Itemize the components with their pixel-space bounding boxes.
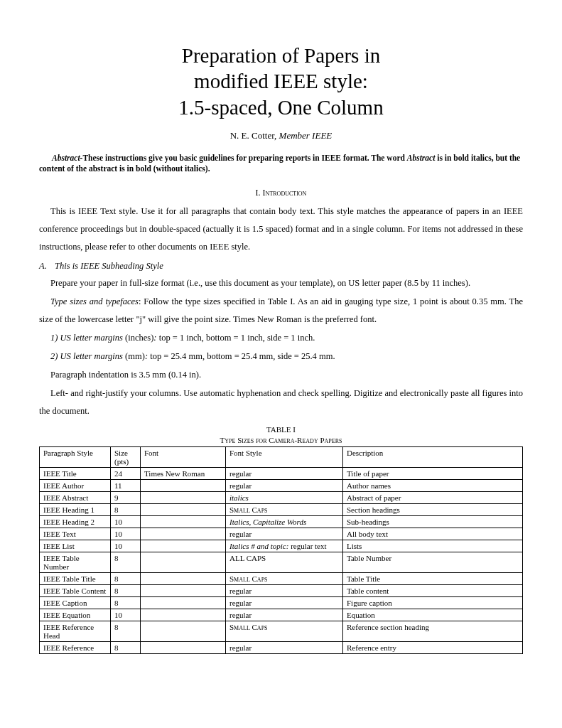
cell-size: 8: [111, 597, 141, 609]
cell-font: [141, 504, 226, 516]
para-a4-mid: (mm): [125, 351, 145, 361]
cell-style: IEEE List: [40, 540, 111, 552]
abstract-text-1: These instructions give you basic guidel…: [82, 154, 406, 162]
cell-style: IEEE Table Title: [40, 573, 111, 585]
cell-font: [141, 528, 226, 540]
para-a4-rest: top = 25.4 mm, bottom = 25.4 mm, side = …: [148, 351, 335, 361]
cell-size: 8: [111, 585, 141, 597]
para-a3-rest: top = 1 inch, bottom = 1 inch, side = 1 …: [157, 333, 315, 343]
cell-fontstyle: Small Caps: [226, 504, 343, 516]
table-row: IEEE Table Content8regularTable content: [40, 585, 523, 597]
cell-style: IEEE Abstract: [40, 492, 111, 504]
th-size: Size(pts): [111, 447, 141, 468]
cell-style: IEEE Title: [40, 468, 111, 480]
cell-font: [141, 585, 226, 597]
author-affiliation: Member IEEE: [279, 130, 333, 141]
cell-description: Figure caption: [343, 597, 523, 609]
cell-fontstyle: regular: [226, 528, 343, 540]
abstract-emph-word: Abstract: [407, 154, 436, 162]
abstract-label: Abstract-: [52, 154, 82, 162]
cell-description: Table Number: [343, 552, 523, 573]
cell-description: Table content: [343, 585, 523, 597]
subhead-title: This is IEEE Subheading Style: [55, 261, 163, 271]
paragraph-a3: 1) US letter margins (inches): top = 1 i…: [39, 329, 523, 347]
table-row: IEEE Equation10regularEquation: [40, 609, 523, 621]
cell-description: Reference entry: [343, 642, 523, 654]
cell-font: [141, 492, 226, 504]
cell-style: IEEE Reference: [40, 642, 111, 654]
table-row: IEEE Table Number8ALL CAPSTable Number: [40, 552, 523, 573]
cell-fontstyle: regular: [226, 480, 343, 492]
table-row: IEEE Author11regularAuthor names: [40, 480, 523, 492]
cell-font: [141, 621, 226, 642]
abstract: Abstract-These instructions give you bas…: [39, 153, 523, 175]
th-description: Description: [343, 447, 523, 468]
cell-font: [141, 597, 226, 609]
paper-title: Preparation of Papers in modified IEEE s…: [39, 43, 523, 120]
table-header-row: Paragraph Style Size(pts) Font Font Styl…: [40, 447, 523, 468]
table-row: IEEE Table Title8Small CapsTable Title: [40, 573, 523, 585]
cell-description: Author names: [343, 480, 523, 492]
para-a3-mid: (inches): [125, 333, 153, 343]
subhead-letter: A.: [39, 261, 55, 272]
cell-fontstyle: regular: [226, 597, 343, 609]
cell-size: 10: [111, 528, 141, 540]
cell-size: 10: [111, 609, 141, 621]
table-row: IEEE Heading 210Italics, Capitalize Word…: [40, 516, 523, 528]
section-number: I.: [256, 188, 263, 198]
th-font: Font: [141, 447, 226, 468]
paragraph-a2: Type sizes and typefaces: Follow the typ…: [39, 293, 523, 328]
cell-font: [141, 609, 226, 621]
cell-fontstyle: Small Caps: [226, 621, 343, 642]
para-a3-lead: 1) US letter margins: [50, 333, 125, 343]
type-sizes-table: Paragraph Style Size(pts) Font Font Styl…: [39, 446, 523, 654]
cell-font: [141, 540, 226, 552]
cell-description: Abstract of paper: [343, 492, 523, 504]
cell-description: Sub-headings: [343, 516, 523, 528]
cell-description: Equation: [343, 609, 523, 621]
cell-size: 8: [111, 621, 141, 642]
cell-font: [141, 516, 226, 528]
cell-fontstyle: ALL CAPS: [226, 552, 343, 573]
subheading-a: A.This is IEEE Subheading Style: [39, 261, 523, 272]
table-row: IEEE Text10regularAll body text: [40, 528, 523, 540]
para-a2-lead: Type sizes and typefaces: [50, 296, 139, 306]
cell-fontstyle: Italics # and topic: regular text: [226, 540, 343, 552]
author-name: N. E. Cotter,: [230, 130, 279, 141]
cell-style: IEEE Heading 1: [40, 504, 111, 516]
cell-description: Title of paper: [343, 468, 523, 480]
table-row: IEEE Reference Head8Small CapsReference …: [40, 621, 523, 642]
intro-paragraph: This is IEEE Text style. Use it for all …: [39, 203, 523, 256]
cell-description: All body text: [343, 528, 523, 540]
table-row: IEEE List10Italics # and topic: regular …: [40, 540, 523, 552]
cell-fontstyle: italics: [226, 492, 343, 504]
cell-size: 8: [111, 573, 141, 585]
title-line-2: modified IEEE style:: [194, 70, 368, 92]
title-line-1: Preparation of Papers in: [182, 44, 380, 67]
cell-description: Section headings: [343, 504, 523, 516]
table-number: TABLE I: [266, 425, 296, 434]
cell-size: 8: [111, 552, 141, 573]
cell-size: 11: [111, 480, 141, 492]
table-caption: TABLE I Type Sizes for Camera-Ready Pape…: [39, 424, 523, 446]
cell-style: IEEE Table Content: [40, 585, 111, 597]
cell-style: IEEE Equation: [40, 609, 111, 621]
cell-font: [141, 642, 226, 654]
table-row: IEEE Caption8regularFigure caption: [40, 597, 523, 609]
cell-fontstyle: regular: [226, 609, 343, 621]
section-heading-1: I. Introduction: [39, 188, 523, 198]
cell-style: IEEE Reference Head: [40, 621, 111, 642]
cell-size: 8: [111, 642, 141, 654]
cell-description: Reference section heading: [343, 621, 523, 642]
author-line: N. E. Cotter, Member IEEE: [39, 130, 523, 141]
table-row: IEEE Title24Times New RomanregularTitle …: [40, 468, 523, 480]
cell-font: Times New Roman: [141, 468, 226, 480]
cell-style: IEEE Author: [40, 480, 111, 492]
table-row: IEEE Reference8regularReference entry: [40, 642, 523, 654]
cell-fontstyle: Italics, Capitalize Words: [226, 516, 343, 528]
cell-style: IEEE Text: [40, 528, 111, 540]
section-title: Introduction: [263, 188, 307, 198]
cell-font: [141, 552, 226, 573]
cell-fontstyle: regular: [226, 468, 343, 480]
cell-fontstyle: regular: [226, 585, 343, 597]
